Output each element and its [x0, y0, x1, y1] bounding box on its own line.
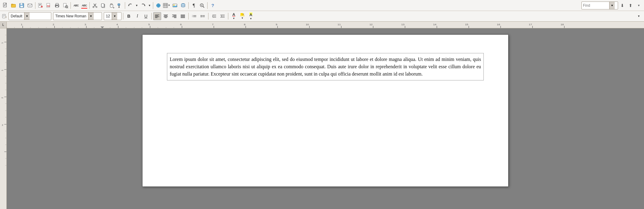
separator-5	[153, 2, 153, 9]
svg-text:13: 13	[401, 23, 405, 26]
svg-rect-5	[11, 4, 13, 5]
paste-button[interactable]: ▼	[107, 2, 115, 9]
font-color-button[interactable]: A ▼	[230, 12, 238, 20]
help-button[interactable]: ?	[209, 2, 217, 9]
svg-line-25	[67, 8, 68, 8]
format-paint-button[interactable]	[116, 2, 124, 9]
font-size-arrow[interactable]: ▼	[112, 12, 117, 20]
svg-point-78	[201, 15, 202, 16]
font-size-dropdown[interactable]: 12 ▼	[104, 12, 121, 20]
highlight-button[interactable]: ▼	[238, 12, 246, 20]
paragraph-style-dropdown[interactable]: Default ▼	[9, 12, 51, 20]
align-right-button[interactable]	[170, 12, 178, 20]
underline-button[interactable]: U	[142, 12, 150, 20]
print-button[interactable]	[53, 2, 61, 9]
find-dropdown-arrow[interactable]: ▼	[609, 2, 615, 9]
toolbar-end-button[interactable]: ▼	[635, 12, 643, 20]
document-page: Lorem ipsum dolor sit amet, consectetur …	[142, 34, 508, 187]
align-center-button[interactable]	[162, 12, 170, 20]
svg-text:6: 6	[180, 23, 182, 26]
font-name-value: Times New Roman	[53, 14, 88, 18]
ruler-track: 1 2 3 4 5 6 7 8 9 10 11	[7, 22, 644, 28]
ordered-list-button[interactable]: 1.2.	[190, 12, 198, 20]
svg-text:5: 5	[148, 23, 150, 26]
svg-text:2: 2	[53, 23, 54, 26]
svg-line-50	[203, 6, 204, 8]
export-pdf-button[interactable]: PDF	[45, 2, 53, 9]
svg-point-26	[66, 6, 67, 7]
align-justify-button[interactable]	[179, 12, 187, 20]
font-name-dropdown[interactable]: Times New Roman ▼	[53, 12, 102, 20]
separator-fmt-4	[208, 13, 208, 19]
spellcheck-auto-button[interactable]: ABC	[80, 2, 88, 9]
cut-button[interactable]	[91, 2, 99, 9]
svg-text:1: 1	[1, 42, 4, 44]
data-sources-button[interactable]	[179, 2, 187, 9]
bold-button[interactable]: B	[125, 12, 133, 20]
undo-button[interactable]	[126, 2, 134, 9]
font-name-arrow[interactable]: ▼	[88, 12, 94, 20]
separator-4	[125, 2, 125, 9]
style-icon	[1, 12, 8, 20]
svg-text:4: 4	[116, 23, 118, 26]
separator-fmt-2	[151, 13, 152, 19]
separator-fmt-1	[123, 13, 123, 19]
edit-doc-button[interactable]: PDF	[37, 2, 45, 9]
new-button[interactable]	[1, 2, 9, 9]
document-area: Lorem ipsum dolor sit amet, consectetur …	[7, 28, 644, 209]
document-text-box[interactable]: Lorem ipsum dolor sit amet, consectetur …	[167, 53, 484, 80]
paragraph-style-arrow[interactable]: ▼	[24, 12, 30, 20]
print-preview-button[interactable]	[61, 2, 69, 9]
indent-button[interactable]	[219, 12, 226, 20]
copy-button[interactable]	[99, 2, 107, 9]
char-format-button[interactable]: A ▼	[247, 12, 255, 20]
svg-marker-90	[243, 13, 244, 15]
svg-text:11: 11	[338, 23, 341, 26]
svg-point-22	[58, 5, 59, 6]
svg-text:17: 17	[529, 23, 532, 26]
separator-7	[207, 2, 208, 9]
svg-rect-7	[20, 3, 22, 5]
spellcheck-button[interactable]: ABC	[72, 2, 80, 9]
svg-text:12: 12	[369, 23, 373, 26]
svg-rect-89	[240, 16, 244, 16]
align-left-button[interactable]	[153, 12, 161, 20]
svg-text:2.: 2.	[192, 16, 193, 17]
svg-text:8: 8	[244, 23, 245, 26]
find-box[interactable]: ▼	[581, 2, 618, 9]
ruler-corner[interactable]: L	[0, 22, 7, 28]
font-size-value: 12	[104, 14, 112, 18]
svg-text:PDF: PDF	[41, 6, 43, 8]
svg-text:10: 10	[306, 23, 309, 26]
svg-rect-145	[0, 28, 7, 209]
svg-rect-21	[56, 6, 58, 7]
zoom-button[interactable]	[198, 2, 206, 9]
svg-rect-20	[56, 3, 58, 5]
svg-point-29	[93, 6, 94, 8]
find-input[interactable]	[582, 3, 609, 8]
paragraph-style-value: Default	[9, 14, 24, 18]
save-button[interactable]	[18, 2, 26, 9]
insert-image-button[interactable]	[171, 2, 179, 9]
italic-button[interactable]: I	[133, 12, 141, 20]
svg-text:7: 7	[212, 23, 214, 26]
redo-button[interactable]	[139, 2, 147, 9]
formatting-marks-button[interactable]: ¶	[190, 2, 198, 9]
separator-6	[188, 2, 189, 9]
open-button[interactable]	[9, 2, 17, 9]
insert-table-button[interactable]: ▼	[163, 2, 171, 9]
undo-arrow-button[interactable]: ▼	[135, 2, 139, 9]
unordered-list-button[interactable]	[199, 12, 207, 20]
outdent-button[interactable]	[210, 12, 218, 20]
find-next-button[interactable]: ⬆	[627, 2, 635, 9]
email-button[interactable]	[26, 2, 34, 9]
redo-arrow-button[interactable]: ▼	[147, 2, 152, 9]
svg-point-30	[96, 6, 97, 8]
svg-text:3: 3	[85, 23, 86, 26]
svg-rect-32	[101, 4, 104, 7]
svg-text:16: 16	[497, 23, 500, 26]
insert-link-button[interactable]	[154, 2, 162, 9]
find-more-button[interactable]: ▼	[635, 2, 643, 9]
svg-text:1: 1	[1, 69, 4, 71]
find-prev-button[interactable]: ⬇	[618, 2, 626, 9]
